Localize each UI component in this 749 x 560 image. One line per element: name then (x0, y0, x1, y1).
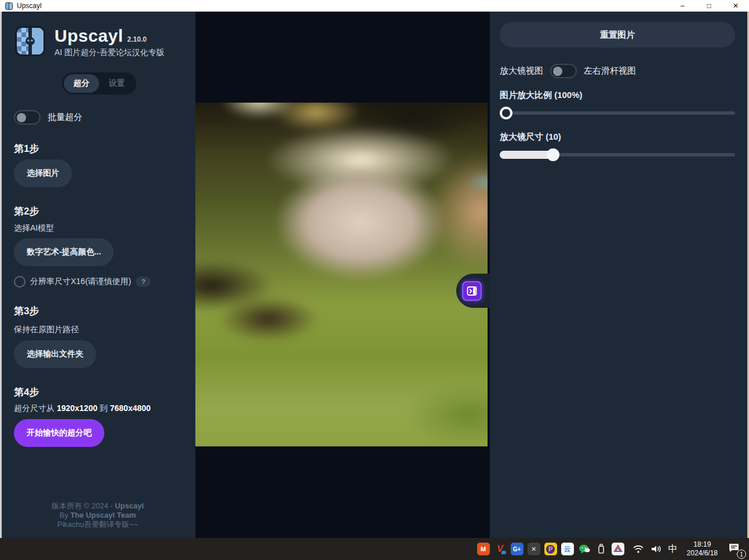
notification-center-icon[interactable]: 1 (727, 541, 741, 557)
wifi-icon[interactable] (632, 543, 644, 555)
app-name: Upscayl (54, 26, 123, 46)
step4-title: 第4步 (14, 386, 39, 399)
footer-line2: By The Upscayl Team (0, 511, 195, 520)
lens-size-label: 放大镜尺寸 (10) (500, 132, 561, 143)
window-titlebar: Upscayl – □ ✕ (0, 0, 749, 12)
app-version: 2.10.0 (128, 35, 147, 43)
system-tray: M V G+ ✕ P 云 (477, 543, 624, 555)
select-output-folder-button[interactable]: 选择输出文件夹 (14, 340, 96, 368)
preview-image-kitten[interactable] (195, 103, 488, 446)
side-panel-handle[interactable] (456, 274, 490, 308)
taskbar-clock[interactable]: 18:19 2024/6/18 (687, 540, 718, 558)
zoom-ratio-slider[interactable] (500, 107, 735, 119)
volume-icon[interactable] (650, 543, 663, 555)
lens-size-slider[interactable] (500, 148, 735, 161)
clock-date: 2024/6/18 (687, 549, 718, 558)
view-mode-row: 放大镜视图 左右滑杆视图 (500, 64, 735, 78)
tray-status-icons: 中 (632, 543, 678, 555)
tab-settings[interactable]: 设置 (99, 74, 134, 93)
open-panel-icon[interactable] (462, 281, 482, 301)
image-viewer-canvas (195, 12, 490, 538)
mode-tabs: 超分 设置 (62, 72, 136, 94)
magnifier-view-label: 放大镜视图 (500, 66, 543, 77)
step1-title: 第1步 (14, 142, 39, 155)
notification-badge: 1 (737, 550, 746, 559)
start-upscale-button[interactable]: 开始愉快的超分吧 (14, 419, 104, 447)
upscayl-logo-icon (15, 26, 45, 56)
help-icon[interactable]: ? (136, 277, 151, 287)
zoom-ratio-label: 图片放大比例 (100%) (500, 90, 583, 101)
reset-image-button[interactable]: 重置图片 (500, 22, 735, 48)
app-subtitle: AI 图片超分-吾爱论坛汉化专版 (54, 48, 165, 58)
tab-upscale[interactable]: 超分 (64, 74, 99, 93)
clock-time: 18:19 (687, 540, 718, 549)
close-button[interactable]: ✕ (722, 0, 749, 12)
taskbar[interactable]: M V G+ ✕ P 云 (0, 538, 749, 560)
sidebar-footer: 版本所有 © 2024 - Upscayl By The Upscayl Tea… (0, 501, 195, 529)
tray-cloud-icon[interactable]: 云 (561, 543, 574, 555)
tray-v-icon[interactable]: V (494, 543, 507, 555)
slider-view-label: 左右滑杆视图 (584, 66, 636, 77)
zoom-slider-thumb[interactable] (500, 107, 512, 119)
logo-row: Upscayl 2.10.0 AI 图片超分-吾爱论坛汉化专版 (15, 26, 165, 58)
ime-indicator[interactable]: 中 (668, 543, 678, 555)
usb-drive-icon[interactable] (595, 543, 608, 555)
footer-line1: 版本所有 © 2024 - Upscayl (0, 501, 195, 511)
size-to: 7680x4800 (110, 403, 151, 413)
view-mode-toggle[interactable] (550, 64, 577, 78)
tray-p-icon[interactable]: P (544, 543, 557, 555)
model-select-dropdown[interactable]: 数字艺术-提高颜色... (14, 238, 114, 266)
minimize-button[interactable]: – (669, 0, 696, 12)
app-window-icon (5, 2, 13, 10)
batch-upscale-label: 批量超分 (48, 112, 82, 123)
wechat-icon[interactable] (578, 543, 591, 555)
batch-upscale-toggle[interactable] (14, 110, 41, 125)
right-panel: 重置图片 放大镜视图 左右滑杆视图 图片放大比例 (100%) 放大镜尺寸 (1… (490, 12, 749, 538)
x16-checkbox-row: 分辨率尺寸X16(请谨慎使用) ? (14, 276, 151, 288)
footer-line3: Pikachu吾爱翻译专版~~ (0, 520, 195, 529)
x16-checkbox[interactable] (14, 276, 26, 288)
select-model-label: 选择AI模型 (14, 223, 54, 234)
size-from: 1920x1200 (57, 403, 97, 413)
select-image-button[interactable]: 选择图片 (14, 159, 72, 187)
tray-knot-icon[interactable] (612, 543, 624, 555)
step2-title: 第2步 (14, 205, 39, 218)
tray-lm-icon[interactable]: M (477, 543, 490, 555)
batch-upscale-row: 批量超分 (14, 110, 82, 125)
tray-x-icon[interactable]: ✕ (528, 543, 540, 555)
window-edge-left (0, 12, 2, 538)
lens-slider-thumb[interactable] (547, 148, 559, 161)
upscale-size-line: 超分尺寸从 1920x1200 到 7680x4800 (14, 403, 151, 414)
sidebar: Upscayl 2.10.0 AI 图片超分-吾爱论坛汉化专版 超分 设置 批量… (0, 12, 195, 538)
tray-g-icon[interactable]: G+ (511, 543, 523, 555)
output-path-label: 保持在原图片路径 (14, 325, 79, 335)
x16-checkbox-label: 分辨率尺寸X16(请谨慎使用) (30, 277, 131, 287)
maximize-button[interactable]: □ (696, 0, 722, 12)
step3-title: 第3步 (14, 304, 39, 318)
app-window: Upscayl 2.10.0 AI 图片超分-吾爱论坛汉化专版 超分 设置 批量… (0, 12, 749, 538)
window-controls: – □ ✕ (669, 0, 749, 12)
window-title: Upscayl (17, 2, 42, 10)
